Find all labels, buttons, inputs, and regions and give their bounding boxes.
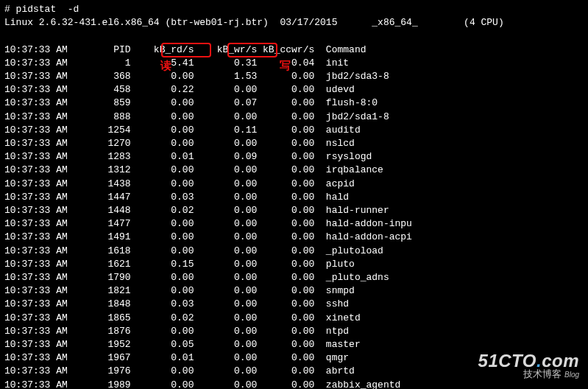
highlight-read-box: [161, 43, 211, 57]
annotation-write: 写: [280, 59, 291, 72]
annotation-read: 读: [160, 59, 171, 72]
terminal-output: # pidstat -d Linux 2.6.32-431.el6.x86_64…: [4, 3, 584, 389]
highlight-write-box: [227, 43, 277, 57]
